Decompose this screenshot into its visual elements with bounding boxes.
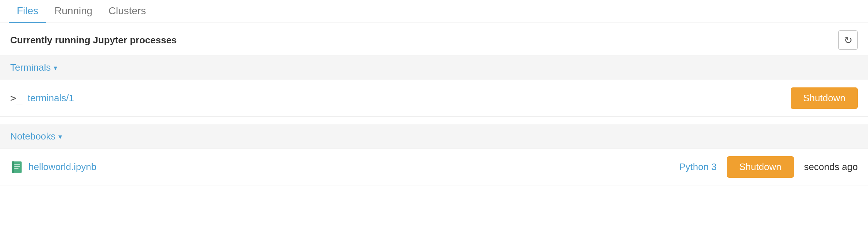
- section-gap: [0, 117, 868, 124]
- terminals-chevron-icon: ▾: [54, 63, 57, 72]
- page-title: Currently running Jupyter processes: [10, 35, 177, 46]
- terminals-label: Terminals: [10, 62, 51, 73]
- terminals-section-header[interactable]: Terminals ▾: [0, 55, 868, 80]
- terminal-link[interactable]: terminals/1: [28, 93, 74, 104]
- notebook-icon: [10, 161, 23, 174]
- terminal-shutdown-button[interactable]: Shutdown: [791, 87, 858, 109]
- tab-running[interactable]: Running: [46, 0, 100, 23]
- notebook-shutdown-button[interactable]: Shutdown: [727, 156, 794, 178]
- tab-bar: Files Running Clusters: [0, 0, 868, 23]
- terminal-icon: >_: [10, 92, 23, 104]
- notebook-time-label: seconds ago: [804, 161, 858, 173]
- notebooks-label: Notebooks: [10, 131, 55, 142]
- svg-rect-1: [12, 161, 14, 173]
- notebook-list-item: helloworld.ipynb Python 3 Shutdown secon…: [0, 149, 868, 185]
- notebooks-section-title: Notebooks ▾: [10, 131, 62, 142]
- refresh-button[interactable]: ↻: [838, 30, 858, 50]
- notebooks-chevron-icon: ▾: [58, 132, 62, 141]
- main-container: Files Running Clusters Currently running…: [0, 0, 868, 185]
- terminals-section-title: Terminals ▾: [10, 62, 57, 73]
- terminal-item-left: >_ terminals/1: [10, 92, 74, 104]
- terminal-item-right: Shutdown: [791, 87, 858, 109]
- notebook-item-left: helloworld.ipynb: [10, 161, 96, 174]
- svg-rect-3: [14, 166, 20, 166]
- tab-clusters[interactable]: Clusters: [100, 0, 154, 23]
- notebook-link[interactable]: helloworld.ipynb: [28, 161, 96, 173]
- tab-files[interactable]: Files: [9, 0, 46, 23]
- svg-rect-2: [14, 164, 20, 165]
- notebooks-section-header[interactable]: Notebooks ▾: [0, 124, 868, 149]
- notebook-item-right: Python 3 Shutdown seconds ago: [679, 156, 858, 178]
- svg-rect-4: [14, 168, 18, 169]
- terminal-list-item: >_ terminals/1 Shutdown: [0, 80, 868, 117]
- kernel-label: Python 3: [679, 161, 717, 173]
- header-row: Currently running Jupyter processes ↻: [0, 23, 868, 55]
